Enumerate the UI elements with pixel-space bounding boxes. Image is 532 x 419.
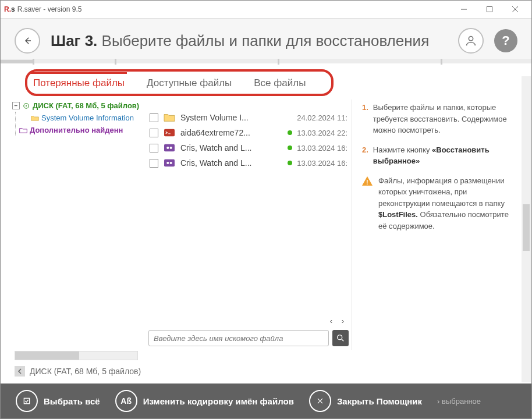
tree-node-label: System Volume Information [41, 113, 134, 122]
row-checkbox[interactable] [150, 129, 158, 137]
table-row[interactable]: Cris, Watch and L...13.03.2024 16: [146, 155, 351, 171]
title-rest: Выберите файлы и папки для восстановлени… [102, 32, 430, 49]
status-dot-icon [288, 145, 292, 150]
file-name: System Volume I... [180, 113, 283, 122]
file-list-hscroll[interactable]: ‹ › [146, 315, 351, 326]
file-name: aida64extreme72... [180, 128, 283, 137]
file-date: 13.03.2024 16: [297, 144, 347, 152]
tree-node-svi[interactable]: System Volume Information [18, 112, 146, 124]
svg-rect-8 [164, 159, 175, 167]
svg-point-11 [338, 335, 342, 340]
search-button[interactable] [332, 330, 349, 346]
svg-point-9 [166, 162, 169, 164]
tab-available-files[interactable]: Доступные файлы [144, 74, 234, 91]
scroll-left-icon[interactable]: ‹ [327, 316, 336, 325]
scroll-right-icon[interactable]: › [338, 316, 347, 325]
file-date: 13.03.2024 16: [297, 159, 347, 168]
change-encoding-button[interactable]: Aß Изменить кодировку имён файлов [115, 390, 294, 412]
file-type-icon [163, 127, 176, 138]
folder-tree[interactable]: − ДИСК (FAT, 68 Мб, 5 файлов) System Vol… [11, 100, 146, 350]
breadcrumb-back-icon[interactable] [15, 366, 25, 377]
svg-point-10 [170, 162, 172, 164]
file-list: System Volume I...24.02.2024 11:aida64ex… [146, 100, 352, 350]
file-type-icon [163, 143, 176, 153]
file-date: 13.03.2024 22: [297, 129, 347, 137]
wizard-header: Шаг 3. Выберите файлы и папки для восста… [1, 19, 531, 60]
status-dot-icon [288, 130, 292, 135]
svg-point-6 [166, 147, 169, 149]
step-label: Шаг 3. [51, 32, 97, 49]
warning-icon [362, 176, 373, 186]
select-all-icon [16, 390, 38, 412]
search-input[interactable] [148, 330, 329, 346]
file-date: 24.02.2024 11: [297, 113, 347, 122]
row-checkbox[interactable] [150, 159, 158, 168]
tree-hscroll[interactable] [15, 351, 138, 360]
window-titlebar: R.s R.saver - version 9.5 [1, 1, 531, 19]
svg-rect-0 [487, 7, 492, 12]
account-button[interactable] [458, 28, 484, 54]
table-row[interactable]: aida64extreme72...13.03.2024 22: [146, 125, 351, 140]
svg-point-3 [26, 105, 27, 106]
window-maximize-button[interactable] [477, 1, 502, 17]
close-icon [309, 390, 331, 412]
window-vscroll[interactable] [522, 76, 531, 382]
row-checkbox[interactable] [150, 144, 158, 152]
tree-node-label: ДИСК (FAT, 68 Мб, 5 файлов) [33, 101, 139, 110]
disk-icon [22, 102, 30, 109]
footer-toolbar: Выбрать всё Aß Изменить кодировку имён ф… [1, 384, 531, 418]
svg-rect-4 [164, 129, 175, 137]
svg-point-1 [469, 37, 473, 41]
status-dot-icon [288, 161, 292, 165]
tree-node-disk[interactable]: − ДИСК (FAT, 68 Мб, 5 файлов) [11, 100, 146, 112]
breadcrumb-text[interactable]: ДИСК (FAT, 68 Мб, 5 файлов) [30, 367, 141, 376]
help-button[interactable]: ? [494, 29, 517, 52]
page-title: Шаг 3. Выберите файлы и папки для восста… [51, 32, 429, 50]
restore-selected-faded: › выбранное [437, 397, 481, 406]
file-type-icon [163, 158, 176, 168]
window-minimize-button[interactable] [451, 1, 477, 17]
folder-icon [31, 115, 39, 122]
tabs-highlight: Потерянные файлы Доступные файлы Все фай… [25, 69, 334, 96]
tree-node-label: Дополнительно найденн [30, 126, 123, 134]
wizard-progress [1, 60, 531, 63]
row-checkbox[interactable] [150, 113, 158, 122]
svg-point-7 [170, 147, 172, 149]
file-type-icon [163, 112, 176, 123]
tree-node-lostfiles[interactable]: Дополнительно найденн [18, 124, 146, 136]
window-title: R.saver - version 9.5 [17, 5, 82, 13]
file-name: Cris, Watch and L... [180, 158, 283, 168]
folder-extra-icon [19, 127, 27, 134]
app-logo: R.s [4, 5, 15, 13]
tab-all-files[interactable]: Все файлы [251, 74, 308, 91]
svg-rect-12 [24, 398, 29, 403]
svg-rect-5 [164, 144, 175, 152]
close-assistant-button[interactable]: Закрыть Помощник [309, 390, 422, 412]
tree-collapse-icon[interactable]: − [12, 102, 20, 109]
encoding-icon: Aß [115, 390, 137, 412]
window-close-button[interactable] [502, 1, 528, 17]
tab-lost-files[interactable]: Потерянные файлы [31, 72, 127, 91]
select-all-button[interactable]: Выбрать всё [16, 390, 100, 412]
warning-text: Файлы, информация о размещении которых у… [378, 175, 514, 232]
file-name: Cris, Watch and L... [180, 143, 283, 152]
breadcrumb: ДИСК (FAT, 68 Мб, 5 файлов) [11, 364, 521, 381]
back-button[interactable] [15, 28, 40, 54]
table-row[interactable]: System Volume I...24.02.2024 11: [146, 110, 351, 125]
hint-2: Нажмите кнопку «Восстановить выбранное» [373, 144, 514, 167]
hint-1: Выберите файлы и папки, которые требуетс… [373, 102, 514, 136]
hints-panel: 1. Выберите файлы и папки, которые требу… [352, 100, 521, 350]
table-row[interactable]: Cris, Watch and L...13.03.2024 16: [146, 140, 351, 155]
